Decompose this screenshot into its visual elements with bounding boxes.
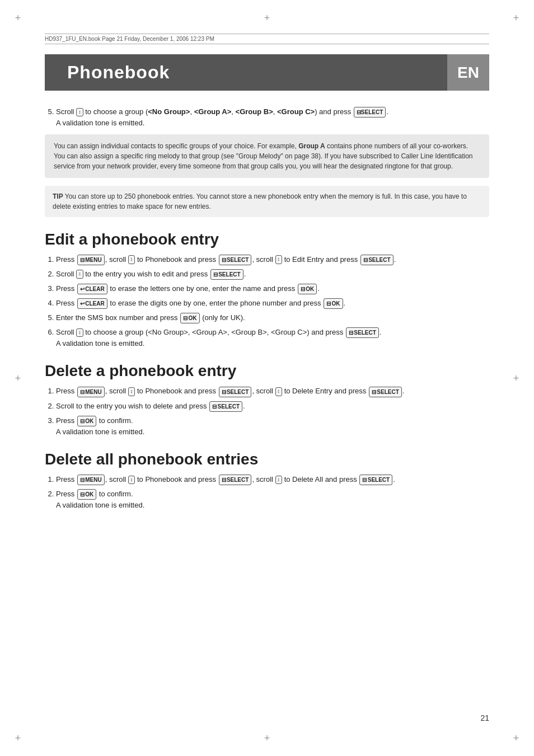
delete-section-title: Delete a phonebook entry (45, 362, 489, 380)
edit-item-2: Scroll ↕ to the entry you wish to edit a… (56, 269, 489, 280)
edit-item-6: Scroll ↕ to choose a group (<No Group>, … (56, 327, 489, 349)
delete-section: Delete a phonebook entry Press ⊟ MENU, s… (45, 362, 489, 437)
scroll-icon-edit-2: ↕ (275, 255, 283, 264)
scroll-icon-delete-all-2: ↕ (275, 476, 283, 485)
header-bar: Phonebook EN (45, 54, 489, 91)
select-button-delete-1: ⊟ SELECT (219, 387, 252, 397)
select-button-delete-3: ⊟ SELECT (209, 401, 242, 412)
tip-box: TIP You can store up to 250 phonebook en… (45, 186, 489, 217)
ok-button-delete-all: ⊟ OK (77, 489, 96, 500)
menu-button-edit: ⊟ MENU (77, 255, 105, 265)
select-button-edit-1: ⊟ SELECT (219, 255, 252, 265)
select-button-delete-all-1: ⊟ SELECT (219, 475, 252, 485)
scroll-icon-delete-all-1: ↕ (128, 476, 135, 485)
delete-all-section: Delete all phonebook entries Press ⊟ MEN… (45, 450, 489, 511)
menu-button-delete-all: ⊟ MENU (77, 475, 105, 485)
info-box: You can assign individual contacts to sp… (45, 134, 489, 178)
edit-item-4: Press ↩ CLEAR to erase the digits one by… (56, 298, 489, 309)
select-button-delete-2: ⊟ SELECT (369, 387, 402, 397)
scroll-icon-delete-1: ↕ (128, 387, 135, 396)
corner-crosshair-tr (510, 12, 522, 24)
corner-crosshair-mr (510, 373, 522, 384)
lang-badge: EN (447, 54, 489, 91)
menu-button-delete: ⊟ MENU (77, 387, 105, 397)
scroll-icon-edit-3: ↕ (76, 270, 83, 279)
delete-all-item-1: Press ⊟ MENU, scroll ↕ to Phonebook and … (56, 474, 489, 485)
edit-list: Press ⊟ MENU, scroll ↕ to Phonebook and … (45, 254, 489, 349)
corner-crosshair-ml (12, 373, 24, 384)
delete-all-item-2: Press ⊟ OK to confirm. A validation tone… (56, 489, 489, 511)
intro-section: Scroll ↕ to choose a group (<No Group>, … (45, 106, 489, 217)
scroll-icon-delete-2: ↕ (275, 387, 283, 396)
select-button-edit-3: ⊟ SELECT (210, 269, 243, 280)
ok-button-edit-3: ⊟ OK (180, 313, 199, 323)
select-button-delete-all-2: ⊟ SELECT (359, 475, 392, 485)
delete-item-3: Press ⊟ OK to confirm. A validation tone… (56, 415, 489, 438)
corner-crosshair-tl (12, 12, 24, 24)
select-button-intro: ⊟​SELECT (354, 107, 386, 118)
delete-item-2: Scroll to the entry you wish to delete a… (56, 401, 489, 412)
delete-all-list: Press ⊟ MENU, scroll ↕ to Phonebook and … (45, 474, 489, 511)
ok-button-edit-2: ⊟ OK (324, 298, 343, 309)
scroll-icon-edit-4: ↕ (76, 328, 83, 337)
select-button-edit-4: ⊟ SELECT (346, 327, 379, 338)
edit-section-title: Edit a phonebook entry (45, 231, 489, 248)
clear-button-edit-1: ↩ CLEAR (77, 284, 107, 294)
page-title: Phonebook (45, 54, 447, 91)
corner-crosshair-br (510, 732, 522, 744)
page-number: 21 (480, 713, 489, 722)
clear-button-edit-2: ↩ CLEAR (77, 298, 107, 309)
page: HD937_1FU_EN.book Page 21 Friday, Decemb… (0, 0, 534, 756)
file-info: HD937_1FU_EN.book Page 21 Friday, Decemb… (45, 34, 489, 44)
ok-button-edit-1: ⊟ OK (298, 284, 317, 294)
select-button-edit-2: ⊟ SELECT (360, 255, 394, 265)
delete-all-section-title: Delete all phonebook entries (45, 450, 489, 468)
edit-item-5: Enter the SMS box number and press ⊟ OK … (56, 312, 489, 323)
scroll-icon-edit-1: ↕ (128, 255, 135, 264)
edit-section: Edit a phonebook entry Press ⊟ MENU, scr… (45, 231, 489, 349)
delete-list: Press ⊟ MENU, scroll ↕ to Phonebook and … (45, 386, 489, 437)
tip-label: TIP (53, 192, 63, 200)
corner-crosshair-tc (261, 12, 273, 24)
corner-crosshair-bc (261, 732, 273, 744)
edit-item-1: Press ⊟ MENU, scroll ↕ to Phonebook and … (56, 254, 489, 265)
ok-button-delete: ⊟ OK (77, 416, 96, 426)
corner-crosshair-bl (12, 732, 24, 744)
delete-item-1: Press ⊟ MENU, scroll ↕ to Phonebook and … (56, 386, 489, 397)
intro-item-5: Scroll ↕ to choose a group (<No Group>, … (56, 106, 489, 129)
edit-item-3: Press ↩ CLEAR to erase the letters one b… (56, 283, 489, 294)
scroll-icon-1: ↕ (76, 108, 83, 117)
